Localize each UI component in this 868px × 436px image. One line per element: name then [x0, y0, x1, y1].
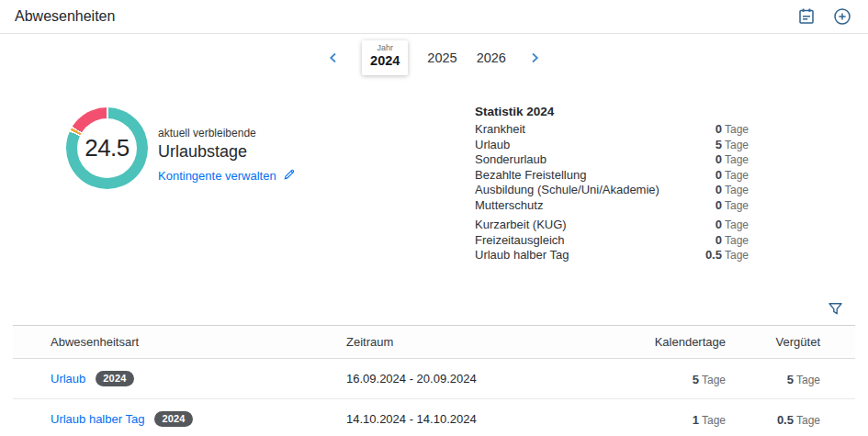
paid-days-value: 0.5: [777, 413, 794, 427]
stat-row: Kurzarbeit (KUG) 0Tage: [475, 218, 749, 233]
stat-value: 0: [716, 168, 722, 183]
stat-unit: Tage: [725, 218, 749, 233]
table-toolbar: [0, 299, 868, 325]
stat-unit: Tage: [725, 234, 749, 249]
filter-icon: [827, 307, 844, 320]
column-header-verguetet: Vergütet: [726, 335, 855, 349]
previous-year-button[interactable]: [324, 49, 343, 67]
calendar-days-unit: Tage: [702, 374, 726, 386]
stat-label: Ausbildung (Schule/Uni/Akademie): [475, 183, 659, 197]
stat-label: Sonderurlaub: [475, 152, 547, 167]
stat-row: Urlaub halber Tag 0.5Tage: [475, 248, 749, 263]
calendar-days-value: 1: [693, 413, 699, 427]
stat-row: Mutterschutz 0Tage: [475, 198, 749, 214]
stat-unit: Tage: [725, 153, 749, 168]
stat-label: Freizeitausgleich: [475, 233, 565, 248]
column-header-zeitraum: Zeitraum: [346, 335, 615, 349]
stat-unit: Tage: [725, 169, 749, 184]
stat-label: Bezahlte Freistellung: [475, 168, 586, 183]
table-header-row: Abwesenheitsart Zeitraum Kalendertage Ve…: [13, 326, 855, 359]
statistics-title: Statistik 2024: [475, 105, 749, 118]
stat-unit: Tage: [725, 249, 749, 263]
remaining-days-value: 24.5: [85, 134, 130, 162]
donut-caption: aktuell verbleibende Urlaubstage Konting…: [158, 127, 296, 184]
stat-unit: Tage: [725, 184, 749, 198]
stat-value: 0: [716, 218, 722, 232]
donut-center: 24.5: [77, 118, 137, 178]
column-header-abwesenheitsart: Abwesenheitsart: [13, 335, 346, 349]
overview-section: 24.5 aktuell verbleibende Urlaubstage Ko…: [0, 77, 868, 299]
app-bar: Abwesenheiten: [0, 0, 868, 34]
page-title: Abwesenheiten: [15, 8, 115, 25]
stat-value: 0: [716, 183, 722, 197]
plus-circle-icon: [832, 16, 852, 29]
chevron-left-icon: [326, 54, 341, 68]
appointment-calendar-icon: [796, 16, 817, 29]
stat-value: 0: [716, 152, 722, 167]
year-item-2026[interactable]: 2026: [477, 50, 506, 65]
stat-row: Bezahlte Freistellung 0Tage: [475, 168, 749, 184]
year-badge: 2024: [96, 371, 133, 386]
stat-unit: Tage: [725, 199, 749, 214]
statistics-panel: Statistik 2024 Krankheit 0Tage Urlaub 5T…: [475, 105, 749, 263]
absence-type-link[interactable]: Urlaub halber Tag: [51, 412, 144, 426]
stat-row: Freizeitausgleich 0Tage: [475, 233, 749, 249]
caption-small: aktuell verbleibende: [158, 127, 296, 140]
year-badge: 2024: [154, 411, 192, 427]
column-header-kalendertage: Kalendertage: [615, 335, 726, 349]
stat-label: Kurzarbeit (KUG): [475, 218, 567, 232]
period-text: 14.10.2024 - 14.10.2024: [346, 412, 615, 426]
stat-label: Urlaub: [475, 138, 510, 152]
appointment-calendar-button[interactable]: [795, 6, 817, 28]
stat-value: 5: [716, 138, 722, 152]
table-row[interactable]: Urlaub halber Tag 2024 14.10.2024 - 14.1…: [13, 399, 855, 436]
statistics-rows: Krankheit 0Tage Urlaub 5Tage Sonderurlau…: [475, 122, 749, 263]
stat-row: Krankheit 0Tage: [475, 122, 749, 138]
absence-type-link[interactable]: Urlaub: [51, 372, 85, 386]
stat-unit: Tage: [725, 139, 749, 153]
app-bar-actions: [795, 6, 853, 28]
stat-unit: Tage: [725, 123, 749, 138]
stat-row: Urlaub 5Tage: [475, 138, 749, 153]
stat-value: 0: [716, 233, 722, 248]
remaining-days-donut: 24.5: [66, 107, 148, 189]
paid-days-unit: Tage: [796, 414, 820, 427]
next-year-button[interactable]: [525, 49, 544, 67]
manage-quotas-label: Kontingente verwalten: [158, 169, 276, 183]
stat-value: 0.5: [705, 248, 722, 263]
absences-table: Abwesenheitsart Zeitraum Kalendertage Ve…: [13, 325, 855, 436]
chevron-right-icon: [527, 54, 542, 68]
stat-row: Ausbildung (Schule/Uni/Akademie) 0Tage: [475, 183, 749, 198]
calendar-days-unit: Tage: [702, 414, 726, 427]
period-text: 16.09.2024 - 20.09.2024: [346, 372, 615, 386]
year-item-2025[interactable]: 2025: [427, 50, 457, 65]
pencil-icon: [283, 168, 296, 184]
calendar-days-value: 5: [693, 373, 699, 386]
selected-year-card[interactable]: Jahr 2024: [362, 40, 408, 74]
stat-label: Krankheit: [475, 122, 525, 137]
stat-label: Urlaub halber Tag: [475, 248, 569, 263]
caption-large: Urlaubstage: [158, 142, 296, 162]
stat-value: 0: [716, 198, 722, 213]
manage-quotas-link[interactable]: Kontingente verwalten: [158, 168, 296, 184]
stat-label: Mutterschutz: [475, 198, 543, 213]
paid-days-value: 5: [787, 373, 794, 386]
stat-value: 0: [716, 122, 722, 137]
add-absence-button[interactable]: [831, 6, 853, 28]
table-row[interactable]: Urlaub 2024 16.09.2024 - 20.09.2024 5Tag…: [13, 359, 855, 399]
filter-button[interactable]: [826, 299, 845, 319]
stat-row: Sonderurlaub 0Tage: [475, 152, 749, 168]
year-navigation: Jahr 2024 2025 2026: [0, 39, 868, 77]
paid-days-unit: Tage: [796, 374, 820, 386]
period-label: Jahr: [370, 43, 400, 53]
selected-year: 2024: [370, 53, 400, 69]
